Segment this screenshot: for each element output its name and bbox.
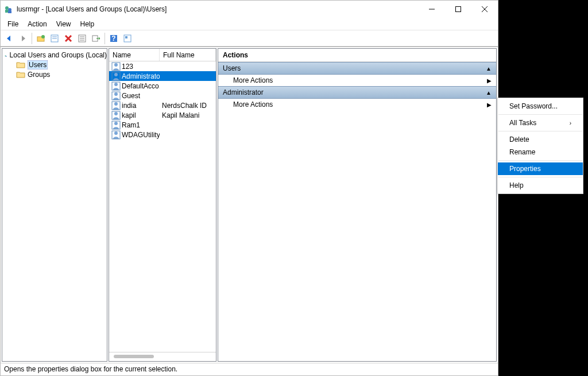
list-row[interactable]: Ram1 — [109, 120, 216, 130]
user-fullname: Kapil Malani — [160, 111, 216, 119]
actions-section-users[interactable]: Users ▲ — [218, 62, 496, 75]
list-row[interactable]: indiaNerdsChalk ID — [109, 100, 216, 110]
svg-point-9 — [41, 35, 45, 38]
cm-rename[interactable]: Rename — [498, 146, 583, 158]
cm-set-password[interactable]: Set Password... — [498, 100, 583, 113]
folder-icon — [16, 61, 25, 69]
svg-point-38 — [114, 122, 118, 125]
actions-section-admin[interactable]: Administrator ▲ — [218, 86, 496, 99]
action-more-label: More Actions — [233, 76, 273, 84]
svg-point-36 — [114, 112, 118, 115]
delete-button[interactable] — [62, 32, 75, 45]
actions-title: Actions — [218, 49, 496, 62]
svg-point-25 — [6, 56, 7, 57]
svg-text:?: ? — [111, 34, 115, 42]
back-button[interactable] — [3, 32, 16, 45]
users-groups-icon — [5, 51, 7, 59]
context-menu: Set Password... All Tasks› Delete Rename… — [497, 98, 583, 194]
titlebar: lusrmgr - [Local Users and Groups (Local… — [1, 1, 498, 18]
export-button[interactable] — [90, 32, 102, 45]
chevron-right-icon: › — [570, 120, 571, 126]
chevron-up-icon: ▲ — [486, 65, 492, 72]
svg-point-0 — [5, 6, 9, 10]
help-button[interactable]: ? — [107, 32, 120, 45]
menubar: File Action View Help — [1, 18, 498, 30]
svg-point-34 — [114, 102, 118, 106]
user-icon — [111, 111, 121, 120]
forward-button[interactable] — [17, 32, 29, 45]
menu-action[interactable]: Action — [23, 19, 51, 29]
svg-rect-5 — [456, 7, 461, 12]
menu-help[interactable]: Help — [76, 19, 99, 29]
cm-separator — [498, 114, 582, 115]
statusbar: Opens the properties dialog box for the … — [1, 363, 498, 375]
cm-separator — [498, 131, 582, 131]
user-icon — [111, 101, 121, 110]
action-more-admin[interactable]: More Actions ▶ — [218, 99, 496, 110]
tree-users-label: Users — [28, 60, 48, 69]
user-name: kapil — [122, 111, 136, 119]
menu-view[interactable]: View — [52, 19, 76, 29]
user-name: 123 — [122, 63, 133, 71]
user-name: Administrator — [122, 72, 160, 80]
app-icon — [4, 5, 13, 14]
chevron-up-icon: ▲ — [486, 90, 492, 96]
user-icon — [111, 91, 121, 100]
svg-rect-3 — [8, 11, 11, 13]
column-fullname[interactable]: Full Name — [160, 49, 216, 61]
minimize-button[interactable] — [419, 1, 445, 18]
list-body: 123AdministratorDefaultAcco...Guestindia… — [109, 61, 216, 352]
actions-section-admin-label: Administrator — [223, 88, 264, 96]
toolbar: ? — [1, 30, 498, 46]
tree-groups[interactable]: Groups — [2, 69, 107, 79]
svg-point-30 — [114, 83, 118, 86]
list-button[interactable] — [76, 32, 88, 45]
list-row[interactable]: Guest — [109, 91, 216, 100]
list-row[interactable]: Administrator — [109, 71, 216, 81]
user-name: Guest — [122, 92, 140, 100]
tree-root[interactable]: Local Users and Groups (Local) — [2, 50, 107, 60]
user-name: india — [122, 102, 136, 110]
window-title: lusrmgr - [Local Users and Groups (Local… — [17, 5, 419, 13]
column-name[interactable]: Name — [109, 49, 160, 61]
tree-groups-label: Groups — [28, 71, 50, 79]
list-row[interactable]: DefaultAcco... — [109, 81, 216, 91]
action-more-label: More Actions — [233, 100, 273, 108]
user-icon — [111, 121, 121, 130]
list-header: Name Full Name — [109, 49, 216, 61]
tree-users[interactable]: Users — [2, 60, 107, 69]
properties-button[interactable] — [48, 32, 61, 45]
folder-icon — [16, 71, 25, 79]
new-folder-button[interactable] — [34, 32, 47, 45]
user-icon — [111, 72, 121, 81]
maximize-button[interactable] — [445, 1, 471, 18]
close-button[interactable] — [471, 1, 498, 18]
cm-help[interactable]: Help — [498, 179, 583, 192]
actions-pane: Actions Users ▲ More Actions ▶ Administr… — [218, 48, 497, 362]
user-icon — [111, 82, 121, 91]
user-icon — [111, 130, 121, 139]
refresh-button[interactable] — [121, 32, 134, 45]
list-row[interactable]: kapilKapil Malani — [109, 110, 216, 120]
list-pane: Name Full Name 123AdministratorDefaultAc… — [109, 48, 216, 362]
user-fullname: NerdsChalk ID — [160, 102, 216, 110]
cm-properties[interactable]: Properties — [498, 162, 583, 175]
cm-delete[interactable]: Delete — [498, 133, 583, 146]
cm-separator — [498, 177, 582, 177]
user-name: DefaultAcco... — [122, 82, 160, 90]
chevron-right-icon: ▶ — [487, 102, 492, 108]
main-window: lusrmgr - [Local Users and Groups (Local… — [0, 0, 498, 376]
toolbar-separator — [105, 33, 105, 44]
toolbar-separator — [32, 33, 32, 44]
list-row[interactable]: WDAGUtility... — [109, 130, 216, 139]
horizontal-scrollbar[interactable] — [109, 352, 216, 361]
svg-point-32 — [114, 92, 118, 96]
user-name: Ram1 — [122, 121, 140, 129]
cm-all-tasks[interactable]: All Tasks› — [498, 117, 583, 129]
action-more-users[interactable]: More Actions ▶ — [218, 75, 496, 86]
svg-rect-23 — [125, 36, 127, 38]
menu-file[interactable]: File — [3, 19, 23, 29]
svg-point-26 — [114, 63, 118, 67]
user-icon — [111, 62, 121, 71]
list-row[interactable]: 123 — [109, 61, 216, 71]
